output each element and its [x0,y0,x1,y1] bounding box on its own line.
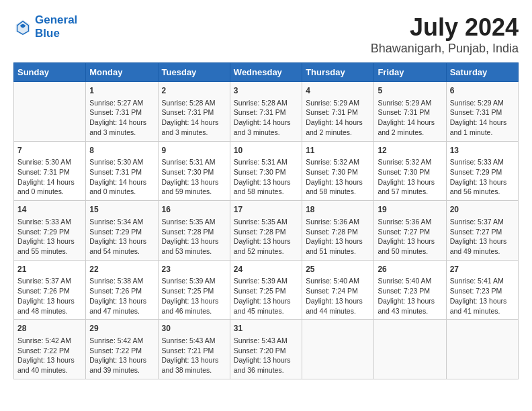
day-info-line: Sunrise: 5:42 AM [17,336,82,346]
day-info-line: Sunrise: 5:32 AM [378,157,442,167]
calendar-cell: 25Sunrise: 5:40 AMSunset: 7:24 PMDayligh… [302,260,374,320]
calendar-cell: 31Sunrise: 5:43 AMSunset: 7:20 PMDayligh… [230,320,302,379]
calendar-cell: 21Sunrise: 5:37 AMSunset: 7:26 PMDayligh… [14,260,86,320]
week-row-1: 1Sunrise: 5:27 AMSunset: 7:31 PMDaylight… [14,82,519,142]
day-info-line: Daylight: 13 hours [234,177,298,187]
week-row-4: 21Sunrise: 5:37 AMSunset: 7:26 PMDayligh… [14,260,519,320]
header: General Blue July 2024 Bhawanigarh, Punj… [13,13,519,56]
day-info-line: Sunset: 7:28 PM [306,227,370,237]
day-info-line: Sunrise: 5:29 AM [378,98,442,108]
day-info-line: Sunset: 7:31 PM [89,107,154,118]
day-number: 25 [306,264,370,275]
day-info-line: and 0 minutes. [17,187,82,197]
day-number: 3 [234,85,298,97]
day-info-line: Daylight: 13 hours [17,355,82,365]
day-info-line: Daylight: 13 hours [17,236,82,246]
day-info-line: Sunset: 7:25 PM [162,286,226,296]
day-info-line: and 39 minutes. [89,365,154,375]
day-info-line: Sunset: 7:31 PM [162,107,226,118]
day-info-line: Daylight: 13 hours [89,236,154,246]
calendar-cell: 9Sunrise: 5:31 AMSunset: 7:30 PMDaylight… [158,141,230,201]
day-info-line: Daylight: 13 hours [450,236,515,246]
day-info-line: Daylight: 13 hours [306,177,370,187]
day-info-line: and 2 minutes. [306,128,370,138]
calendar-cell: 26Sunrise: 5:40 AMSunset: 7:23 PMDayligh… [374,260,446,320]
day-info-line: Sunset: 7:31 PM [234,107,298,118]
day-info-line: Daylight: 13 hours [306,296,370,306]
day-info-line: Sunset: 7:28 PM [162,227,226,237]
day-info-line: and 3 minutes. [89,128,154,138]
header-row: SundayMondayTuesdayWednesdayThursdayFrid… [14,63,519,82]
day-info-line: Sunrise: 5:30 AM [17,157,82,167]
calendar-cell: 16Sunrise: 5:35 AMSunset: 7:28 PMDayligh… [158,201,230,261]
day-info-line: and 56 minutes. [450,187,515,197]
logo-text: General Blue [35,13,77,40]
day-info-line: Sunrise: 5:35 AM [234,217,298,227]
day-info-line: Daylight: 14 hours [306,118,370,128]
day-number: 20 [450,204,515,216]
day-info-line: Sunset: 7:30 PM [234,167,298,177]
calendar-cell [14,82,86,142]
calendar-cell: 7Sunrise: 5:30 AMSunset: 7:31 PMDaylight… [14,141,86,201]
day-info-line: Sunset: 7:29 PM [450,167,515,177]
calendar-cell: 13Sunrise: 5:33 AMSunset: 7:29 PMDayligh… [446,141,518,201]
day-number: 7 [17,145,82,156]
day-info-line: Sunset: 7:23 PM [378,286,442,296]
day-info-line: and 2 minutes. [378,128,442,138]
calendar-header: SundayMondayTuesdayWednesdayThursdayFrid… [14,63,519,82]
day-info-line: Sunrise: 5:39 AM [234,276,298,286]
day-info-line: and 38 minutes. [162,365,226,375]
day-info-line: Sunset: 7:25 PM [234,286,298,296]
day-info-line: Daylight: 13 hours [17,296,82,306]
day-info-line: Daylight: 13 hours [234,296,298,306]
day-info-line: Sunset: 7:30 PM [306,167,370,177]
day-info-line: Sunrise: 5:32 AM [306,157,370,167]
day-info-line: Sunrise: 5:37 AM [17,276,82,286]
day-info-line: Daylight: 13 hours [162,177,226,187]
day-info-line: and 51 minutes. [306,246,370,257]
day-info-line: and 59 minutes. [162,187,226,197]
calendar-cell: 28Sunrise: 5:42 AMSunset: 7:22 PMDayligh… [14,320,86,379]
page-subtitle: Bhawanigarh, Punjab, India [371,42,519,56]
day-info-line: Sunset: 7:23 PM [450,286,515,296]
day-info-line: and 48 minutes. [17,306,82,316]
day-number: 1 [89,85,154,97]
day-info-line: and 58 minutes. [306,187,370,197]
column-header-saturday: Saturday [446,63,518,82]
day-info-line: Sunrise: 5:36 AM [378,217,442,227]
day-info-line: and 52 minutes. [234,246,298,257]
day-info-line: Sunrise: 5:29 AM [450,98,515,108]
page-title: July 2024 [371,13,519,42]
day-number: 23 [162,264,226,275]
logo: General Blue [13,13,77,40]
day-number: 11 [306,145,370,156]
day-number: 26 [378,264,442,275]
day-info-line: Daylight: 14 hours [89,118,154,128]
logo-icon [13,17,32,36]
day-info-line: and 53 minutes. [162,246,226,257]
day-info-line: Sunset: 7:22 PM [17,346,82,356]
calendar-cell: 24Sunrise: 5:39 AMSunset: 7:25 PMDayligh… [230,260,302,320]
day-number: 15 [89,204,154,216]
calendar-cell: 2Sunrise: 5:28 AMSunset: 7:31 PMDaylight… [158,82,230,142]
calendar-cell: 10Sunrise: 5:31 AMSunset: 7:30 PMDayligh… [230,141,302,201]
day-info-line: Sunrise: 5:36 AM [306,217,370,227]
calendar-body: 1Sunrise: 5:27 AMSunset: 7:31 PMDaylight… [14,82,519,379]
day-info-line: Sunrise: 5:34 AM [89,217,154,227]
calendar-cell: 5Sunrise: 5:29 AMSunset: 7:31 PMDaylight… [374,82,446,142]
day-info-line: Daylight: 13 hours [378,236,442,246]
day-info-line: Sunset: 7:21 PM [162,346,226,356]
week-row-5: 28Sunrise: 5:42 AMSunset: 7:22 PMDayligh… [14,320,519,379]
day-info-line: Daylight: 13 hours [306,236,370,246]
day-number: 14 [17,204,82,216]
day-info-line: and 49 minutes. [450,246,515,257]
column-header-friday: Friday [374,63,446,82]
day-number: 13 [450,145,515,156]
day-info-line: Sunset: 7:31 PM [89,167,154,177]
day-info-line: and 41 minutes. [450,306,515,316]
day-info-line: Daylight: 13 hours [162,296,226,306]
day-info-line: Sunrise: 5:42 AM [89,336,154,346]
day-info-line: Sunset: 7:24 PM [306,286,370,296]
day-number: 8 [89,145,154,156]
day-info-line: and 50 minutes. [378,246,442,257]
